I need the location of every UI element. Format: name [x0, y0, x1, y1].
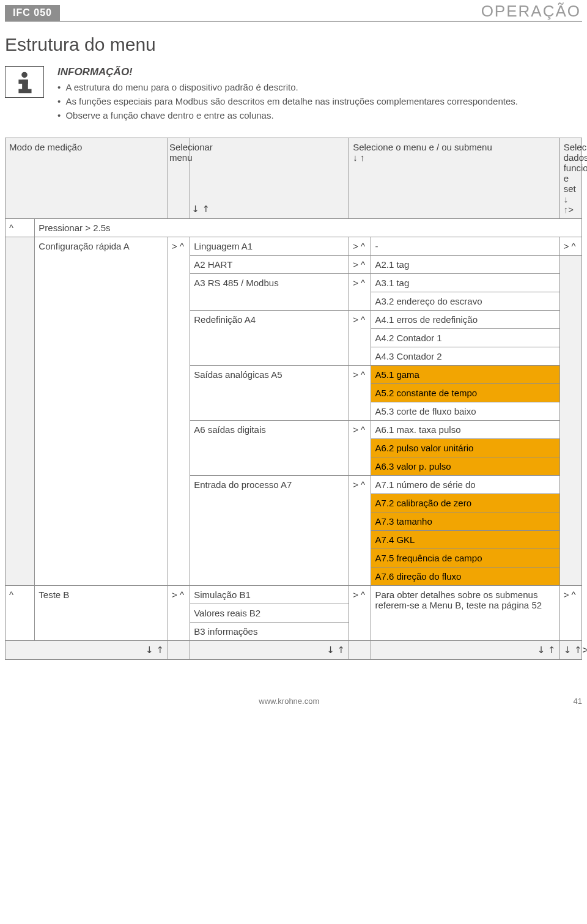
item-b2: Valores reais B2: [190, 604, 349, 623]
item-a6-3: A6.3 valor p. pulso: [371, 457, 559, 476]
caret-cell: ^: [6, 219, 35, 237]
th-select-submenu: Selecione o menu e / ou submenu ↓ ↑: [349, 138, 560, 219]
footer-page: 41: [574, 697, 582, 706]
section-title: OPERAÇÃO: [481, 5, 582, 21]
item-b1: Simulação B1: [190, 586, 349, 604]
arrows-cell: ↓ ↑: [371, 641, 559, 660]
info-bullet: As funções especiais para Modbus são des…: [57, 95, 518, 108]
arrows-cell: ↓ ↑: [190, 641, 349, 660]
menu-structure-table: Modo de medição Selecionar menu ↓ ↑ Sele…: [5, 138, 582, 660]
item-a1-sub: -: [371, 237, 559, 256]
item-a3: A3 RS 485 / Modbus: [190, 274, 349, 311]
item-a5: Saídas analógicas A5: [190, 366, 349, 421]
item-a6: A6 saídas digitais: [190, 421, 349, 476]
info-bullet: Observe a função chave dentro e entre as…: [57, 109, 518, 122]
item-a5-1: A5.1 gama: [371, 366, 559, 384]
arrows-cell: ↓ ↑>: [559, 641, 581, 660]
nav-cell: > ^: [349, 421, 371, 476]
th-mode: Modo de medição: [6, 138, 168, 219]
th-select-menu: Selecionar menu: [168, 138, 190, 219]
nav-cell: > ^: [559, 237, 581, 256]
nav-cell: > ^: [349, 311, 371, 366]
nav-cell: > ^: [168, 586, 190, 641]
nav-cell: > ^: [349, 237, 371, 256]
footer-url: www.krohne.com: [5, 697, 574, 706]
svg-point-0: [21, 72, 28, 78]
group-a: Configuração rápida A: [35, 237, 168, 586]
press-label: Pressionar > 2.5s: [35, 219, 582, 237]
info-body: INFORMAÇÃO! A estrutura do menu para o d…: [57, 66, 518, 123]
item-a3-2: A3.2 endereço do escravo: [371, 292, 559, 311]
info-bullet: A estrutura do menu para o dispositivo p…: [57, 81, 518, 94]
info-callout: INFORMAÇÃO! A estrutura do menu para o d…: [5, 66, 582, 123]
item-a7-2: A7.2 calibração de zero: [371, 494, 559, 512]
item-a3-1: A3.1 tag: [371, 274, 559, 292]
item-a6-1: A6.1 max. taxa pulso: [371, 421, 559, 439]
group-b: Teste B: [35, 586, 168, 641]
item-a5-2: A5.2 constante de tempo: [371, 384, 559, 402]
item-b-note: Para obter detalhes sobre os submenus re…: [371, 586, 559, 641]
page-header: IFC 050 OPERAÇÃO: [5, 5, 582, 22]
nav-cell: > ^: [349, 476, 371, 586]
page-footer: www.krohne.com 41: [5, 697, 582, 706]
doc-id-badge: IFC 050: [5, 5, 60, 21]
nav-cell: > ^: [168, 237, 190, 586]
page-title: Estrutura do menu: [5, 34, 587, 55]
item-a7: Entrada do processo A7: [190, 476, 349, 586]
item-a7-3: A7.3 tamanho: [371, 512, 559, 531]
item-a4: Redefinição A4: [190, 311, 349, 366]
item-a5-3: A5.3 corte de fluxo baixo: [371, 402, 559, 421]
item-a4-2: A4.2 Contador 1: [371, 329, 559, 347]
arrows-cell: ↓ ↑: [6, 641, 168, 660]
info-heading: INFORMAÇÃO!: [57, 66, 518, 78]
item-a4-1: A4.1 erros de redefinição: [371, 311, 559, 329]
nav-cell: > ^: [349, 274, 371, 311]
item-b3: B3 informações: [190, 623, 349, 641]
nav-cell: > ^: [349, 586, 371, 641]
item-a7-6: A7.6 direção do fluxo: [371, 567, 559, 586]
item-a7-5: A7.5 frequência de campo: [371, 549, 559, 567]
th-arrows: ↓ ↑: [190, 138, 349, 219]
nav-cell: > ^: [349, 366, 371, 421]
item-a7-1: A7.1 número de série do: [371, 476, 559, 494]
nav-cell: > ^: [349, 256, 371, 274]
item-a6-2: A6.2 pulso valor unitário: [371, 439, 559, 457]
item-a2-sub: A2.1 tag: [371, 256, 559, 274]
header-spacer: [60, 5, 481, 21]
item-a1: Linguagem A1: [190, 237, 349, 256]
th-select-data: Selecionar dados funcionais e set ↓ ↑>: [559, 138, 581, 219]
item-a4-3: A4.3 Contador 2: [371, 347, 559, 366]
item-a7-4: A7.4 GKL: [371, 531, 559, 549]
nav-cell: > ^: [559, 586, 581, 641]
item-a2: A2 HART: [190, 256, 349, 274]
caret-cell: ^: [6, 586, 35, 641]
info-icon: [5, 66, 44, 98]
svg-rect-3: [18, 89, 31, 94]
